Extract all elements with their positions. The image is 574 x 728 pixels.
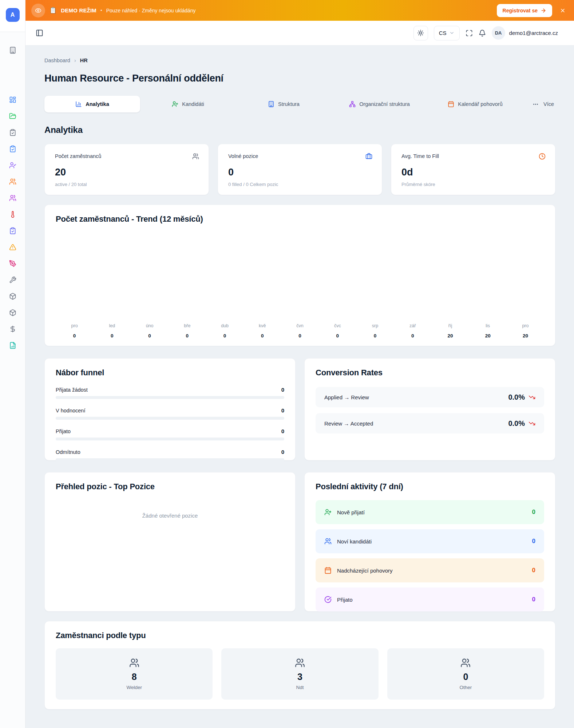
breadcrumb-separator: › [74, 58, 76, 63]
notifications-bell-icon[interactable] [479, 29, 486, 37]
user-check-icon[interactable] [9, 162, 16, 169]
user-plus-icon [324, 509, 332, 516]
trend-chart-card: Počet zaměstnanců - Trend (12 měsíců) pr… [44, 205, 555, 346]
bar-chart-icon [75, 101, 82, 107]
activity-row-accepted: Přijato 0 [316, 587, 544, 612]
funnel-row: Přijata žádost0 [56, 387, 284, 399]
banner-close-icon[interactable] [560, 8, 566, 13]
chart-value-labels: 0 0 0 0 0 0 0 0 0 0 20 20 20 [56, 333, 544, 339]
clipboard-check-indigo-icon[interactable] [9, 227, 16, 234]
progress-bar [56, 396, 284, 399]
clipboard-emoji: 📋 [49, 7, 57, 14]
box-icon[interactable] [9, 309, 16, 316]
stat-card-employees: Počet zaměstnanců 20 active / 20 total [44, 144, 209, 195]
users-icon [192, 153, 199, 160]
stat-value: 0 [228, 167, 372, 178]
sun-icon [417, 29, 424, 36]
sidebar: A [0, 0, 25, 728]
conversion-row: Applied → Review 0.0% [316, 387, 544, 407]
users-icon [324, 538, 332, 545]
tab-kandidati[interactable]: Kandidáti [140, 96, 236, 112]
ellipsis-icon [533, 101, 539, 107]
tab-analytika[interactable]: Analytika [44, 96, 140, 112]
progress-bar [56, 417, 284, 420]
breadcrumb-dashboard[interactable]: Dashboard [44, 58, 70, 63]
language-selector[interactable]: CS [434, 26, 460, 40]
recent-activities-card: Poslední aktivity (7 dní) Nově přijatí 0… [304, 472, 555, 612]
demo-mode-label: DEMO REŽIM [61, 7, 96, 13]
users-orange-icon[interactable] [9, 178, 16, 185]
calendar-icon [324, 567, 332, 574]
app-header: CS DA demo1@arctrace.cz [25, 21, 574, 46]
progress-bar [56, 458, 284, 461]
conversion-title: Conversion Rates [316, 368, 544, 377]
users-icon [295, 658, 305, 668]
stat-title: Počet zaměstnanců [55, 153, 198, 159]
sidebar-toggle-icon[interactable] [36, 29, 43, 37]
eye-icon [31, 4, 45, 17]
progress-bar [56, 438, 284, 440]
stat-caption: Průměrné skóre [401, 182, 545, 187]
activity-row-upcoming-interviews: Nadcházející pohovory 0 [316, 558, 544, 582]
users-icon [460, 658, 471, 668]
banner-separator: • [100, 8, 102, 13]
clipboard-check-gray-icon[interactable] [9, 129, 16, 136]
calendar-icon [448, 101, 454, 107]
conversion-rates-card: Conversion Rates Applied → Review 0.0% R… [304, 358, 555, 460]
users-icon [129, 658, 139, 668]
funnel-row: Odmítnuto0 [56, 449, 284, 461]
tab-more[interactable]: Více [523, 96, 555, 112]
theme-toggle-button[interactable] [413, 26, 428, 40]
funnel-card: Nábor funnel Přijata žádost0 V hodnocení… [44, 358, 296, 460]
register-button[interactable]: Registrovat se [497, 4, 552, 17]
tab-kalendar-pohovoru[interactable]: Kalendář pohovorů [427, 96, 523, 112]
demo-banner: 📋 DEMO REŽIM • Pouze náhled · Změny nejs… [25, 0, 574, 21]
arrow-right-icon [541, 8, 546, 13]
top-positions-card: Přehled pozic - Top Pozice Žádné otevřen… [44, 472, 296, 612]
fullscreen-icon[interactable] [466, 29, 473, 37]
thermometer-icon[interactable] [9, 211, 16, 218]
trending-down-icon [529, 394, 535, 401]
building-icon [268, 101, 274, 107]
dollar-icon[interactable] [9, 325, 16, 333]
org-chart-icon [349, 101, 356, 107]
user-menu[interactable]: DA demo1@arctrace.cz [492, 26, 558, 40]
banner-subtitle: Pouze náhled · Změny nejsou ukládány [106, 8, 196, 13]
chevron-down-icon [449, 30, 455, 36]
warning-triangle-icon[interactable] [9, 244, 16, 251]
positions-empty-state: Žádné otevřené pozice [56, 513, 284, 519]
employee-type-tile-other: 0 Other [387, 648, 544, 700]
chart-x-axis: pro led úno bře dub kvě čvn čvc srp zář … [56, 323, 544, 328]
language-value: CS [439, 30, 447, 36]
stat-title: Volné pozice [228, 153, 372, 159]
stat-value: 0d [401, 167, 545, 178]
user-plus-icon [172, 101, 178, 107]
main-content: Dashboard › HR Human Resource - Personál… [25, 46, 574, 709]
stat-cards: Počet zaměstnanců 20 active / 20 total V… [44, 144, 555, 195]
dashboard-grid-icon[interactable] [9, 96, 16, 103]
section-heading: Analytika [44, 125, 555, 135]
tab-struktura[interactable]: Struktura [236, 96, 332, 112]
stat-card-open-positions: Volné pozice 0 0 filled / 0 Celkem pozic [218, 144, 382, 195]
box-icon[interactable] [9, 293, 16, 300]
avatar: DA [492, 26, 505, 40]
register-label: Registrovat se [503, 8, 538, 13]
pen-tool-icon[interactable] [9, 260, 16, 267]
positions-title: Přehled pozic - Top Pozice [56, 482, 284, 491]
tab-organizacni-struktura[interactable]: Organizační struktura [332, 96, 427, 112]
wrench-icon[interactable] [9, 276, 16, 284]
file-chart-icon[interactable] [9, 342, 16, 349]
app-logo[interactable]: A [6, 8, 20, 22]
stat-title: Avg. Time to Fill [401, 153, 545, 159]
funnel-row: Přijato0 [56, 428, 284, 440]
sidebar-logo-area: A [0, 0, 25, 32]
clipboard-check-blue-icon[interactable] [9, 145, 16, 153]
page-title: Human Resource - Personální oddělení [44, 73, 555, 84]
check-circle-icon [324, 596, 332, 603]
chart-title: Počet zaměstnanců - Trend (12 měsíců) [56, 214, 544, 224]
organization-icon[interactable] [0, 47, 25, 54]
activity-row-new-candidates: Noví kandidáti 0 [316, 529, 544, 553]
users-purple-icon[interactable] [9, 194, 16, 202]
folder-open-icon[interactable] [9, 112, 16, 120]
briefcase-icon [365, 153, 372, 160]
